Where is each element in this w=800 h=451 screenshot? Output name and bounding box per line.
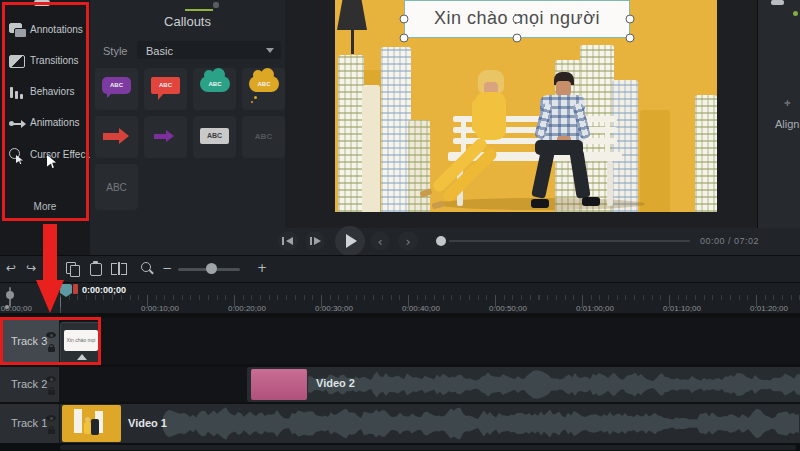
copy-icon [70,265,80,277]
track-lock-icon[interactable] [48,390,55,395]
purple-arrow-head [166,130,174,142]
building [612,80,638,212]
audio-waveform [163,404,800,443]
lamp-post [351,28,354,54]
timecode-current: 00:00 [700,236,725,246]
next-clip-button[interactable]: › [398,231,418,251]
cloud-dot [254,96,257,99]
selection-handle[interactable] [513,34,522,43]
paste-icon [93,261,98,264]
selection-handle[interactable] [400,15,409,24]
annotation-highlight-sidebar [2,2,89,221]
zoom-out-button[interactable]: − [162,261,172,275]
callout-tile-purple-bubble[interactable]: ABC [95,68,138,110]
previous-clip-button[interactable]: ‹ [370,231,390,251]
callout-tile-purple-arrow[interactable] [144,116,187,158]
video1-thumbnail [62,405,121,442]
cloud-dot [251,101,253,103]
red-arrow [103,133,120,140]
video2-thumbnail [251,369,307,400]
woman-arm [472,100,481,132]
track1-header[interactable]: Track 1 [0,404,60,443]
track-lock-icon[interactable] [48,429,55,434]
track2-video-clip[interactable]: Video 2 [247,367,800,402]
track3-lane[interactable] [60,318,800,364]
timecode: 00:00 / 07:02 [700,236,759,246]
style-dropdown-value: Basic [146,45,173,57]
callout-tile-yellow-cloud[interactable]: ABC [242,68,285,110]
timecode-total: 07:02 [734,236,759,246]
clip-label: Video 1 [128,417,167,429]
play-icon [346,234,357,248]
style-label: Style [103,45,127,57]
building-silhouette [640,110,670,212]
ruler-label: 0:00:50;00 [486,304,530,313]
timeline: + ⌄ 0:00:00;00 0:00:10;00 0:00:20;00 0:0… [0,283,800,451]
selection-handle[interactable] [513,15,522,24]
horizontal-scrollbar[interactable] [60,445,796,450]
selection-handle[interactable] [626,34,635,43]
ruler-label: 0:00:30;00 [312,304,356,313]
callout-tile-red-arrow[interactable] [95,116,138,158]
callout-tile-red-bubble[interactable]: ABC [144,68,187,110]
active-tab-underline [185,9,213,11]
red-arrow-head [119,128,129,144]
plain-abc-text: ABC [95,182,138,193]
faint-abc-text: ABC [242,132,285,141]
paste-button[interactable] [90,263,102,276]
bubble-tail [158,93,164,100]
woman-shoe [431,201,444,210]
selection-handle[interactable] [400,34,409,43]
undo-button[interactable]: ↩ [6,261,16,275]
play-button[interactable] [335,226,365,256]
alignment-label: Alignm [775,118,800,130]
zoom-slider-knob[interactable] [206,263,217,274]
callout-tile-faint-text[interactable]: ABC [242,116,285,158]
ruler-label: 0:00:10;00 [138,304,182,313]
track1-video-clip[interactable]: Video 1 [60,404,800,443]
ruler-label: 0:01:00;00 [573,304,617,313]
timeline-toolbar [0,255,800,283]
callout-tile-teal-cloud[interactable]: ABC [193,68,236,110]
playhead-time: 0:00:00;00 [82,285,126,295]
properties-panel [757,0,800,228]
track-visibility-icon[interactable] [46,376,56,382]
track-visibility-icon[interactable] [46,415,56,421]
zoom-in-button[interactable]: + [257,261,267,275]
track-name: Track 1 [11,417,47,429]
red-speech-bubble: ABC [151,77,180,94]
callout-tile-plain-abc[interactable]: ABC [95,164,138,210]
building [362,85,380,212]
ruler-label: 0:01:10;00 [660,304,704,313]
scrubber-handle[interactable] [436,236,446,246]
clip-label: Video 2 [316,377,355,389]
track2-header[interactable]: Track 2 [0,367,60,402]
street-lamp [337,0,367,30]
ruler-label: 0:00:40;00 [399,304,443,313]
man-shoe [531,199,549,208]
split-button[interactable] [111,263,117,275]
previous-frame-button[interactable] [278,231,298,251]
selection-handle[interactable] [626,15,635,24]
annotation-highlight-track3 [0,317,101,365]
bench-post [605,116,610,156]
timecode-separator: / [725,236,734,246]
teal-thought-cloud: ABC [200,76,230,92]
bubble-tail [107,93,112,98]
text-properties-icon: ✛ [784,99,791,108]
properties-icon [771,0,784,5]
chevron-down-icon [266,48,274,53]
scrubber-track[interactable] [449,240,690,242]
man-shoe [582,197,600,206]
track-height-knob[interactable] [6,291,14,299]
ruler-label: 0:00:20;00 [225,304,269,313]
ruler-label: 0:01:20;00 [747,304,791,313]
split-icon [118,262,120,275]
callout-tile-text-box[interactable]: ABC [193,116,236,158]
purple-speech-bubble: ABC [102,77,131,94]
yellow-thought-cloud: ABC [249,76,279,92]
next-frame-button[interactable] [305,231,325,251]
playhead-out-marker[interactable] [73,284,78,294]
bench-leg [607,161,613,206]
top-toolbar-icon[interactable] [213,2,219,8]
